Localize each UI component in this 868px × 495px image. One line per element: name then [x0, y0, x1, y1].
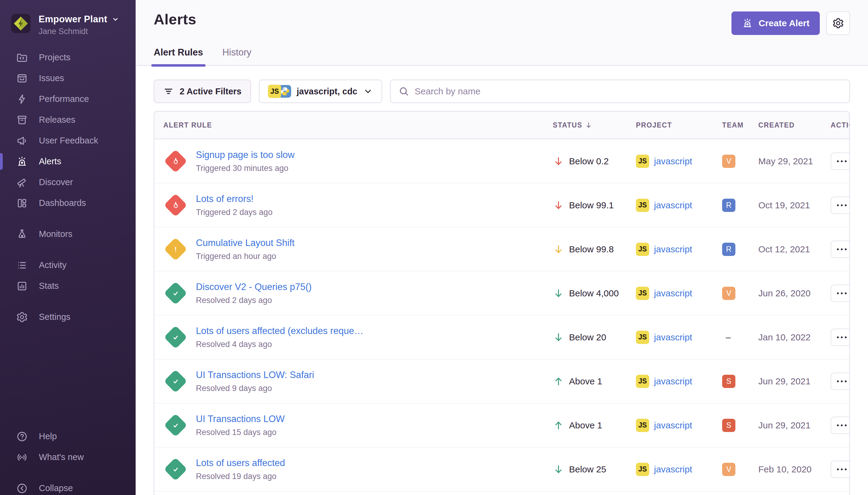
- create-alert-button[interactable]: Create Alert: [731, 12, 820, 35]
- sidebar-nav: ProjectsIssuesPerformanceReleasesUser Fe…: [0, 47, 136, 327]
- created-date: Jan 10, 2022: [758, 332, 831, 342]
- arrow-down-icon: [553, 331, 564, 343]
- tab-alert-rules[interactable]: Alert Rules: [154, 47, 203, 65]
- tab-history[interactable]: History: [222, 47, 251, 65]
- javascript-platform-icon: JS: [636, 243, 649, 256]
- org-switcher[interactable]: Empower Plant Jane Schmidt: [0, 0, 136, 36]
- severity-resolved-icon: [163, 369, 188, 393]
- issues-icon: [16, 72, 28, 84]
- alert-rule-link[interactable]: UI Transactions LOW: [196, 414, 285, 425]
- sidebar-item-label: Discover: [39, 177, 73, 187]
- alert-rule-link[interactable]: Lots of users affected (excludes reque…: [196, 326, 363, 337]
- column-header-project: PROJECT: [636, 121, 722, 129]
- sidebar-item-collapse[interactable]: Collapse: [0, 478, 136, 495]
- team-none: –: [722, 332, 731, 342]
- alerts-icon: [16, 156, 28, 168]
- team-cell: V: [722, 287, 758, 300]
- sidebar-item-discover[interactable]: Discover: [0, 172, 136, 193]
- javascript-platform-icon: JS: [636, 375, 649, 388]
- row-actions-button[interactable]: [831, 373, 850, 390]
- settings-gear-button[interactable]: [827, 12, 850, 35]
- arrow-down-icon: [553, 156, 564, 167]
- javascript-platform-icon: JS: [636, 331, 649, 344]
- sidebar-item-projects[interactable]: Projects: [0, 47, 136, 68]
- arrow-up-icon: [553, 376, 564, 387]
- sidebar-item-dashboards[interactable]: Dashboards: [0, 193, 136, 214]
- alert-rule-subtitle: Triggered 30 minutes ago: [196, 164, 294, 173]
- project-link[interactable]: javascript: [654, 288, 692, 298]
- sidebar-item-stats[interactable]: Stats: [0, 275, 136, 296]
- sort-descending-icon: [585, 121, 592, 129]
- alert-rule-link[interactable]: Signup page is too slow: [196, 150, 294, 160]
- project-link[interactable]: javascript: [654, 332, 692, 342]
- sidebar-item-alerts[interactable]: Alerts: [0, 151, 136, 172]
- alert-rule-link[interactable]: Discover V2 - Queries p75(): [196, 281, 312, 292]
- sidebar-item-issues[interactable]: Issues: [0, 68, 136, 89]
- status-cell: Above 1: [553, 420, 636, 431]
- page-title: Alerts: [154, 11, 196, 28]
- alert-rule-link[interactable]: Cumulative Layout Shift: [196, 238, 294, 249]
- sidebar-footer: HelpWhat's newCollapse: [0, 426, 136, 495]
- sidebar-item-performance[interactable]: Performance: [0, 89, 136, 109]
- stats-icon: [16, 280, 28, 292]
- team-avatar: S: [722, 419, 735, 432]
- user-feedback-icon: [16, 135, 28, 147]
- gear-icon: [832, 17, 844, 29]
- created-date: Jun 29, 2021: [758, 376, 831, 387]
- project-link[interactable]: javascript: [654, 156, 692, 166]
- row-actions-button[interactable]: [831, 329, 850, 346]
- status-text: Above 1: [569, 420, 602, 430]
- javascript-platform-icon: JS: [636, 155, 649, 168]
- status-text: Below 25: [569, 464, 606, 475]
- dashboards-icon: [16, 197, 28, 209]
- create-alert-label: Create Alert: [759, 18, 810, 28]
- severity-resolved-icon: [163, 281, 188, 305]
- search-input[interactable]: [415, 86, 841, 97]
- sidebar-item-user-feedback[interactable]: User Feedback: [0, 130, 136, 151]
- team-cell: S: [722, 375, 758, 388]
- project-link[interactable]: javascript: [654, 420, 692, 430]
- active-filters-button[interactable]: 2 Active Filters: [154, 80, 251, 103]
- row-actions-button[interactable]: [831, 197, 850, 214]
- releases-icon: [16, 114, 28, 126]
- column-header-status[interactable]: STATUS: [553, 121, 636, 129]
- alert-rule-link[interactable]: Lots of errors!: [196, 193, 273, 204]
- sidebar-item-label: What's new: [39, 452, 84, 462]
- project-selector[interactable]: JS javascript, cdc: [259, 80, 382, 103]
- team-avatar: V: [722, 287, 735, 300]
- sidebar-item-help[interactable]: Help: [0, 426, 136, 447]
- status-text: Above 1: [569, 376, 602, 387]
- help-icon: [16, 430, 28, 443]
- row-actions-button[interactable]: [831, 416, 850, 434]
- alert-rule-row: UI Transactions LOW Resolved 15 days ago…: [154, 403, 849, 447]
- severity-resolved-icon: [163, 325, 188, 349]
- sidebar-item-what-s-new[interactable]: What's new: [0, 447, 136, 467]
- sidebar-item-label: Monitors: [39, 229, 72, 239]
- discover-icon: [16, 176, 28, 188]
- javascript-platform-icon: JS: [636, 419, 649, 432]
- row-actions-button[interactable]: [831, 153, 850, 170]
- alert-rule-link[interactable]: Lots of users affected: [196, 458, 285, 468]
- project-link[interactable]: javascript: [654, 464, 692, 475]
- row-actions-button[interactable]: [831, 461, 850, 478]
- alert-rule-link[interactable]: UI Transactions LOW: Safari: [196, 370, 314, 380]
- alert-rule-row: Lots of users affected Resolved 19 days …: [154, 447, 849, 491]
- sidebar-item-releases[interactable]: Releases: [0, 109, 136, 130]
- project-link[interactable]: javascript: [654, 244, 692, 254]
- team-cell: V: [722, 463, 758, 476]
- sidebar-item-label: Alerts: [39, 156, 61, 166]
- alert-rule-row: Cumulative Layout Shift Triggered an hou…: [154, 227, 849, 271]
- status-text: Below 99.8: [569, 244, 614, 254]
- project-link[interactable]: javascript: [654, 200, 692, 210]
- sidebar-item-monitors[interactable]: Monitors: [0, 224, 136, 244]
- status-text: Below 4,000: [569, 288, 619, 298]
- sidebar-item-label: Activity: [39, 260, 67, 270]
- row-actions-button[interactable]: [831, 285, 850, 302]
- row-actions-button[interactable]: [831, 241, 850, 258]
- javascript-platform-icon: JS: [268, 85, 281, 98]
- column-header-created: CREATED: [758, 121, 831, 129]
- sidebar-item-label: Dashboards: [39, 198, 86, 208]
- sidebar-item-activity[interactable]: Activity: [0, 255, 136, 275]
- sidebar-item-settings[interactable]: Settings: [0, 307, 136, 327]
- project-link[interactable]: javascript: [654, 376, 692, 387]
